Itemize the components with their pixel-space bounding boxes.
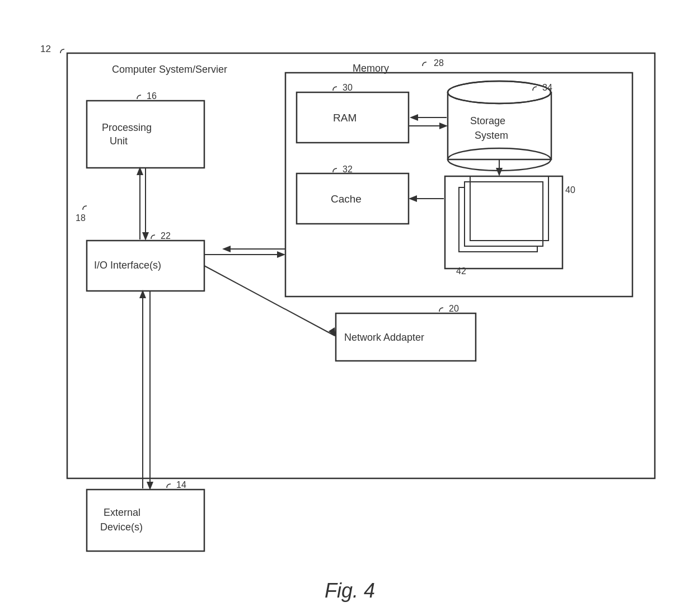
svg-point-12 — [448, 81, 551, 104]
svg-text:12: 12 — [40, 44, 51, 54]
svg-rect-2 — [285, 73, 632, 297]
svg-point-13 — [448, 148, 551, 171]
svg-point-11 — [448, 81, 551, 104]
svg-rect-34 — [87, 490, 204, 551]
svg-text:42: 42 — [456, 266, 466, 276]
svg-rect-20 — [470, 176, 548, 241]
svg-rect-27 — [87, 241, 204, 291]
svg-marker-41 — [137, 167, 143, 175]
svg-text:28: 28 — [434, 58, 444, 68]
main-box-label: Computer System/Servier — [112, 64, 227, 75]
svg-marker-51 — [496, 168, 503, 176]
svg-text:Storage: Storage — [470, 115, 505, 126]
svg-text:Unit: Unit — [110, 135, 128, 147]
svg-text:System: System — [475, 130, 508, 141]
svg-rect-19 — [465, 182, 543, 246]
svg-marker-55 — [329, 327, 336, 337]
svg-text:32: 32 — [343, 164, 353, 174]
svg-rect-17 — [445, 176, 562, 269]
svg-rect-10 — [448, 92, 551, 159]
svg-marker-43 — [277, 251, 285, 258]
svg-text:Cache: Cache — [331, 193, 362, 205]
svg-text:30: 30 — [343, 83, 353, 92]
svg-marker-49 — [439, 123, 448, 129]
svg-rect-23 — [87, 101, 204, 168]
svg-text:20: 20 — [449, 304, 459, 313]
fig-label: Fig. 4 — [325, 579, 375, 602]
svg-line-54 — [204, 266, 335, 336]
svg-text:14: 14 — [176, 480, 186, 490]
svg-text:Processing: Processing — [102, 122, 152, 133]
svg-text:RAM: RAM — [333, 112, 357, 124]
svg-rect-31 — [336, 313, 476, 361]
svg-marker-47 — [410, 114, 418, 121]
svg-marker-39 — [142, 232, 149, 241]
svg-rect-0 — [67, 53, 655, 478]
svg-text:40: 40 — [565, 185, 575, 195]
svg-marker-53 — [409, 195, 417, 202]
memory-label: Memory — [353, 63, 389, 74]
svg-rect-18 — [459, 187, 537, 252]
svg-text:18: 18 — [76, 213, 86, 223]
svg-text:Network Addapter: Network Addapter — [344, 332, 424, 343]
svg-text:I/O Interface(s): I/O Interface(s) — [94, 260, 161, 271]
svg-text:16: 16 — [147, 91, 157, 101]
svg-marker-57 — [147, 482, 153, 490]
svg-rect-4 — [297, 92, 409, 143]
svg-marker-59 — [139, 290, 146, 298]
svg-text:34: 34 — [542, 83, 552, 92]
svg-text:External: External — [104, 507, 140, 518]
svg-marker-45 — [222, 246, 231, 252]
svg-text:22: 22 — [161, 231, 171, 241]
svg-text:Device(s): Device(s) — [100, 521, 143, 533]
svg-rect-7 — [297, 173, 409, 224]
